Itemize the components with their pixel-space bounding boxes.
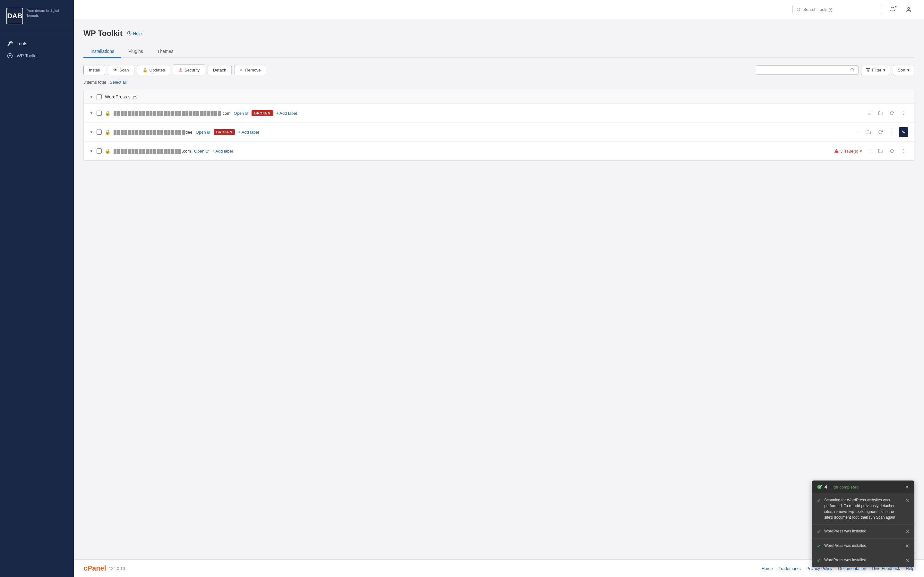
select-all-link[interactable]: Select all xyxy=(110,80,127,85)
site2-checkbox[interactable] xyxy=(97,129,102,135)
site3-issues-badge[interactable]: 3 issue(s) ▾ xyxy=(834,149,862,153)
filter-label: Filter xyxy=(872,68,881,73)
svg-point-37 xyxy=(903,149,904,150)
security-button[interactable]: ⚠ Security xyxy=(173,64,205,75)
site1-external-link-icon xyxy=(245,111,248,115)
svg-point-26 xyxy=(892,132,892,132)
tabs-row: Installations Plugins Themes xyxy=(83,45,914,58)
toolbar-search-icon xyxy=(850,68,855,72)
site3-issues-chevron-icon: ▾ xyxy=(860,149,862,153)
site2-actions xyxy=(853,127,908,137)
site2-refresh-icon-btn[interactable] xyxy=(876,127,885,137)
site1-refresh-icon-btn[interactable] xyxy=(887,108,897,118)
site3-refresh-icon xyxy=(890,149,894,153)
site3-checkbox[interactable] xyxy=(97,148,102,153)
filter-button[interactable]: Filter ▾ xyxy=(861,65,890,75)
site1-lock-icon: 🔒 xyxy=(105,111,110,116)
question-circle-icon xyxy=(127,31,132,35)
help-link[interactable]: Help xyxy=(127,31,142,36)
toolbar-search[interactable] xyxy=(756,65,859,75)
site1-checkbox[interactable] xyxy=(97,111,102,116)
content-area: WP Toolkit Help Installations Plugins Th… xyxy=(74,19,924,559)
site2-chart-icon-btn[interactable] xyxy=(899,127,908,137)
site1-broken-badge: BROKEN xyxy=(252,110,273,116)
site1-list-icon-btn[interactable] xyxy=(864,108,874,118)
group-checkbox[interactable] xyxy=(97,94,102,99)
site1-chevron-icon[interactable]: ▼ xyxy=(89,111,94,115)
sidebar-item-tools[interactable]: Tools xyxy=(0,37,74,50)
footer-link-home[interactable]: Home xyxy=(762,566,773,571)
group-header: ▼ WordPress sites xyxy=(84,90,914,104)
site3-domain: ███████████████████.com xyxy=(113,149,191,153)
notif3-close-icon[interactable]: ✕ xyxy=(905,543,909,549)
toolbar-search-input[interactable] xyxy=(760,68,848,73)
site1-list-icon xyxy=(867,111,871,115)
site1-open-link[interactable]: Open xyxy=(234,111,248,116)
tab-installations[interactable]: Installations xyxy=(83,45,121,58)
notif1-check-icon: ✔ xyxy=(817,498,821,504)
detach-button[interactable]: Detach xyxy=(208,65,232,75)
site3-open-link[interactable]: Open xyxy=(194,149,209,153)
site3-add-label-link[interactable]: + Add label xyxy=(212,149,233,153)
user-button[interactable] xyxy=(903,4,914,15)
remove-label: Remove xyxy=(245,68,260,73)
toolbar: Install 👁 Scan 🔒 Updates ⚠ Security xyxy=(83,64,914,75)
svg-point-3 xyxy=(908,7,909,9)
site1-more-icon-btn[interactable] xyxy=(899,108,908,118)
svg-marker-7 xyxy=(866,68,870,71)
svg-point-25 xyxy=(892,131,892,131)
notification-panel-header[interactable]: 4 Hide completed ▼ xyxy=(812,480,914,493)
notification-panel: 4 Hide completed ▼ ✔ Scanning for WordPr… xyxy=(812,480,914,567)
scan-button[interactable]: 👁 Scan xyxy=(108,65,134,75)
notif2-close-icon[interactable]: ✕ xyxy=(905,529,909,535)
site1-more-icon xyxy=(901,111,906,115)
toolbar-left: Install 👁 Scan 🔒 Updates ⚠ Security xyxy=(83,64,266,75)
site1-folder-icon-btn[interactable] xyxy=(876,108,885,118)
filter-icon xyxy=(866,68,870,72)
filter-chevron-icon: ▾ xyxy=(883,68,885,73)
site2-chevron-icon[interactable]: ▼ xyxy=(89,130,94,134)
sort-label: Sort xyxy=(898,68,905,73)
site1-domain-suffix: .com xyxy=(221,111,230,116)
sort-button[interactable]: Sort ▾ xyxy=(893,65,914,75)
updates-label: Updates xyxy=(150,68,165,73)
site1-add-label-link[interactable]: + Add label xyxy=(276,111,297,116)
updates-button[interactable]: 🔒 Updates xyxy=(137,65,170,75)
group-title: WordPress sites xyxy=(105,94,137,99)
site2-folder-icon-btn[interactable] xyxy=(864,127,874,137)
search-input[interactable] xyxy=(803,7,878,12)
footer-link-trademarks[interactable]: Trademarks xyxy=(779,566,801,571)
notif-check-circle-icon xyxy=(817,484,822,490)
site2-more-icon xyxy=(890,130,894,134)
notifications-button[interactable] xyxy=(887,4,898,15)
search-bar[interactable] xyxy=(792,5,882,14)
site3-list-icon-btn[interactable] xyxy=(864,146,874,156)
site2-list-icon-btn[interactable] xyxy=(853,127,862,137)
group-chevron-icon[interactable]: ▼ xyxy=(89,95,94,99)
install-button[interactable]: Install xyxy=(83,65,105,75)
svg-line-18 xyxy=(208,131,210,132)
site2-more-icon-btn[interactable] xyxy=(887,127,897,137)
svg-point-15 xyxy=(903,111,904,112)
notification-item: ✔ WordPress was installed. ✕ xyxy=(812,539,914,553)
site3-more-icon-btn[interactable] xyxy=(899,146,908,156)
notif1-close-icon[interactable]: ✕ xyxy=(905,498,909,504)
site2-add-label-link[interactable]: + Add label xyxy=(238,130,259,135)
install-label: Install xyxy=(89,68,100,73)
notif1-text: Scanning for WordPress websites was perf… xyxy=(824,497,902,520)
sidebar-item-wp-toolkit[interactable]: WP Toolkit xyxy=(0,50,74,62)
remove-button[interactable]: ✕ Remove xyxy=(234,65,266,75)
svg-point-27 xyxy=(892,133,892,134)
site3-folder-icon-btn[interactable] xyxy=(876,146,885,156)
notif4-close-icon[interactable]: ✕ xyxy=(905,558,909,564)
tab-themes[interactable]: Themes xyxy=(150,45,181,58)
site3-chevron-icon[interactable]: ▼ xyxy=(89,149,94,153)
tab-plugins[interactable]: Plugins xyxy=(121,45,150,58)
site2-broken-badge: BROKEN xyxy=(214,129,235,135)
page-header: WP Toolkit Help xyxy=(83,29,914,38)
notification-chevron-icon[interactable]: ▼ xyxy=(905,484,909,490)
sidebar-item-tools-label: Tools xyxy=(17,41,27,46)
site2-open-link[interactable]: Open xyxy=(196,130,210,135)
site3-refresh-icon-btn[interactable] xyxy=(887,146,897,156)
cpanel-label: cPanel xyxy=(83,564,106,572)
